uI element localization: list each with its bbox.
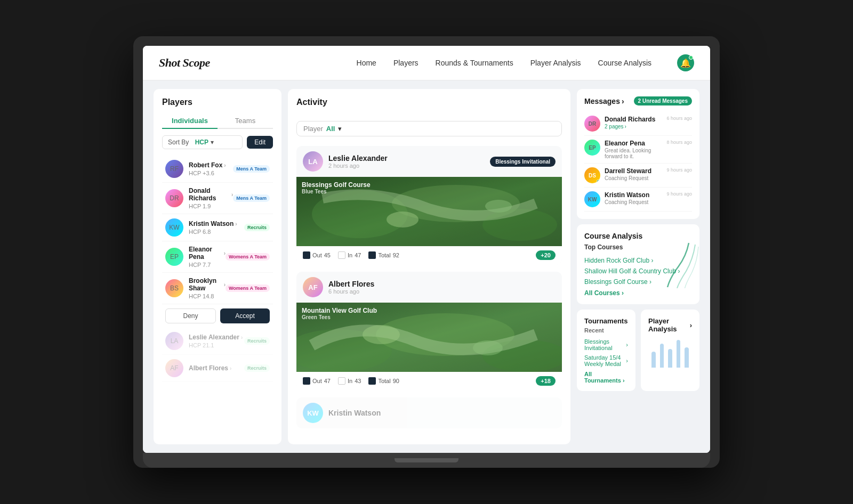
player-info-kristin-watson: Kristin Watson › HCP 6.8 xyxy=(189,220,244,235)
right-panel: Messages › 2 Unread Messages DR Donald R… xyxy=(577,89,699,444)
player-filter[interactable]: Player All ▾ xyxy=(296,121,562,136)
player-name-donald-richards: Donald Richards › xyxy=(189,187,233,202)
nav-player-analysis[interactable]: Player Analysis xyxy=(530,59,581,67)
deny-button[interactable]: Deny xyxy=(165,308,216,323)
activity-title: Activity xyxy=(296,97,327,107)
players-tab-bar: Individuals Teams xyxy=(162,113,273,129)
activity-name-leslie: Leslie Alexander xyxy=(328,154,388,162)
message-avatar-kristin-msg: KW xyxy=(584,191,600,207)
ca-title: Course Analysis xyxy=(584,232,692,240)
player-badge-robert-fox: Mens A Team xyxy=(233,165,270,173)
filter-dropdown-icon: ▾ xyxy=(338,125,342,133)
message-preview-kristin-msg: Coaching Request xyxy=(605,199,662,205)
stats-left-albert: Out 47 In 43 Total 90 xyxy=(303,377,399,385)
player-hcp-brooklyn-shaw: HCP 14.8 xyxy=(189,293,226,299)
chevron-icon: › xyxy=(241,335,243,340)
in-label-2: In xyxy=(348,378,352,384)
sort-label: Sort By xyxy=(168,139,189,146)
nav-course-analysis[interactable]: Course Analysis xyxy=(598,59,651,67)
pa-bar-3 xyxy=(668,349,672,368)
course-image-blessings: Blessings Golf Course Blue Tees xyxy=(296,177,562,246)
player-badge-leslie-alexander: Recruits xyxy=(244,337,270,345)
sort-dropdown[interactable]: Sort By HCP ▾ xyxy=(162,135,243,149)
activity-time-albert: 6 hours ago xyxy=(328,288,374,295)
screen: Shot Scope Home Players Rounds & Tournam… xyxy=(143,46,710,453)
player-item-robert-fox[interactable]: RF Robert Fox › HCP +3.6 Mens A Team xyxy=(162,156,273,183)
message-time-darrell: 9 hours ago xyxy=(666,167,692,173)
stat-in-leslie: In 47 xyxy=(338,251,361,259)
tournament-item-1[interactable]: Blessings Invitational › xyxy=(584,337,628,353)
tournament-chevron-2: › xyxy=(626,357,628,364)
tournament-item-2[interactable]: Saturday 15/4 Weekly Medal › xyxy=(584,353,628,369)
player-info-robert-fox: Robert Fox › HCP +3.6 xyxy=(189,161,233,176)
tournaments-subtitle: Recent xyxy=(584,327,628,334)
player-item-brooklyn-shaw[interactable]: BS Brooklyn Shaw › HCP 14.8 Womens A Tea… xyxy=(162,273,273,304)
message-preview-darrell: Coaching Request xyxy=(605,175,662,181)
activity-time-leslie: 2 hours ago xyxy=(328,162,388,169)
player-item-kristin-watson[interactable]: KW Kristin Watson › HCP 6.8 Recruits xyxy=(162,214,273,241)
message-item-eleanor[interactable]: EP Eleanor Pena Great idea. Looking forw… xyxy=(584,136,692,164)
course-analysis-panel: Course Analysis Top Courses Hidden Rock … xyxy=(577,224,699,304)
activity-user-leslie: LA Leslie Alexander 2 hours ago xyxy=(303,151,388,172)
activity-user-info-leslie: Leslie Alexander 2 hours ago xyxy=(328,154,388,169)
player-avatar-brooklyn-shaw: BS xyxy=(165,279,183,297)
nav-players[interactable]: Players xyxy=(393,59,419,67)
message-item-donald[interactable]: DR Donald Richards 2 pages › 6 hours ago xyxy=(584,112,692,136)
activity-avatar-albert: AF xyxy=(303,277,323,297)
activity-panel: Activity Player All ▾ LA Leslie Alexande… xyxy=(288,89,570,444)
player-item-albert-flores[interactable]: AF Albert Flores › Recruits xyxy=(162,355,273,382)
stat-in-albert: In 43 xyxy=(338,377,361,385)
score-badge-leslie: +20 xyxy=(536,250,556,260)
in-value-2: 43 xyxy=(355,378,361,384)
pa-title[interactable]: Player Analysis › xyxy=(648,317,692,333)
activity-badge-leslie: Blessings Invitational xyxy=(490,157,556,167)
activity-card-leslie: LA Leslie Alexander 2 hours ago Blessing… xyxy=(296,146,562,264)
message-avatar-darrell: DS xyxy=(584,167,600,183)
activity-avatar-leslie: LA xyxy=(303,151,323,172)
main-content: Players Individuals Teams Sort By HCP ▾ … xyxy=(143,80,710,453)
nav-home[interactable]: Home xyxy=(357,59,376,67)
card-header-albert: AF Albert Flores 6 hours ago xyxy=(296,272,562,303)
course-tee-mountain-view: Green Tees xyxy=(302,314,377,320)
messages-panel: Messages › 2 Unread Messages DR Donald R… xyxy=(577,89,699,219)
message-content-kristin-msg: Kristin Watson Coaching Request xyxy=(605,191,662,205)
notification-bell[interactable]: 🔔 xyxy=(677,54,694,71)
message-avatar-donald: DR xyxy=(584,116,600,132)
tournaments-title: Tournaments xyxy=(584,317,628,325)
card-header-leslie: LA Leslie Alexander 2 hours ago Blessing… xyxy=(296,146,562,177)
message-item-kristin-msg[interactable]: KW Kristin Watson Coaching Request 9 hou… xyxy=(584,188,692,212)
bottom-row: Tournaments Recent Blessings Invitationa… xyxy=(577,310,699,391)
tab-individuals[interactable]: Individuals xyxy=(162,113,218,129)
laptop-notch xyxy=(395,458,458,462)
accept-button[interactable]: Accept xyxy=(220,308,270,323)
player-item-donald-richards[interactable]: DR Donald Richards › HCP 1.9 Mens A Team xyxy=(162,183,273,214)
player-hcp-donald-richards: HCP 1.9 xyxy=(189,203,233,209)
activity-user-albert: AF Albert Flores 6 hours ago xyxy=(303,277,374,297)
player-badge-brooklyn-shaw: Womens A Team xyxy=(226,284,270,292)
player-avatar-donald-richards: DR xyxy=(165,189,183,207)
message-time-eleanor: 8 hours ago xyxy=(666,140,692,145)
tab-teams[interactable]: Teams xyxy=(218,113,273,128)
course-image-mountain-view: Mountain View Golf Club Green Tees xyxy=(296,303,562,372)
all-tournaments[interactable]: All Tournaments › xyxy=(584,371,628,384)
ca-all-courses[interactable]: All Courses › xyxy=(584,289,692,297)
nav-rounds[interactable]: Rounds & Tournaments xyxy=(436,59,513,67)
activity-card-kristin: KW Kristin Watson xyxy=(296,397,562,428)
total-label: Total xyxy=(378,252,390,258)
stat-total-albert: Total 90 xyxy=(368,377,399,385)
unread-badge[interactable]: 2 Unread Messages xyxy=(634,96,692,105)
messages-title[interactable]: Messages › xyxy=(584,97,624,105)
message-item-darrell[interactable]: DS Darrell Steward Coaching Request 9 ho… xyxy=(584,164,692,188)
player-badge-donald-richards: Mens A Team xyxy=(233,194,270,202)
tournament-chevron-1: › xyxy=(626,342,628,348)
player-avatar-leslie-alexander: LA xyxy=(165,332,183,350)
message-name-donald: Donald Richards xyxy=(605,116,662,123)
total-label-2: Total xyxy=(378,378,390,384)
messages-header: Messages › 2 Unread Messages xyxy=(584,96,692,105)
player-item-eleanor-pena[interactable]: EP Eleanor Pena › HCP 7.7 Womens A Team xyxy=(162,241,273,273)
edit-button[interactable]: Edit xyxy=(247,136,273,149)
player-info-leslie-alexander: Leslie Alexander › HCP 21.1 xyxy=(189,334,244,348)
player-item-leslie-alexander[interactable]: LA Leslie Alexander › HCP 21.1 Recruits xyxy=(162,328,273,355)
pa-bar-2 xyxy=(660,344,664,368)
app-logo: Shot Scope xyxy=(159,56,210,70)
